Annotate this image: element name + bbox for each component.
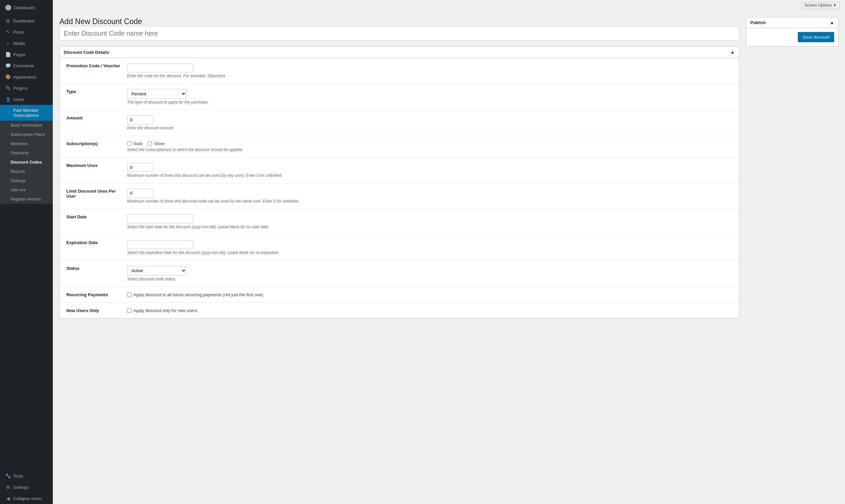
paid-member-icon: 👤 xyxy=(5,110,11,115)
publish-box-toggle[interactable]: ▲ xyxy=(830,20,834,25)
recurring-payments-checkbox[interactable] xyxy=(127,292,131,297)
table-row: Type Percent Fixed The type of discount … xyxy=(60,84,739,110)
promotion-code-label: Promotion Code / Voucher xyxy=(60,58,126,84)
sidebar: Dashboard ⊞ Dashboard ✎ Posts ▪ Media 📄 … xyxy=(0,0,53,504)
publish-box-body: Save discount xyxy=(746,28,838,46)
sidebar-sub-payments[interactable]: Payments xyxy=(0,148,53,158)
meta-box-header: Discount Code Details ▲ xyxy=(60,47,739,58)
sidebar-item-dashboard[interactable]: ⊞ Dashboard xyxy=(0,15,53,26)
expiration-date-cell: Select the expiration date for the disco… xyxy=(126,235,739,260)
sidebar-sub-add-ons[interactable]: Add-ons xyxy=(0,185,53,195)
sidebar-item-label: Paid Member Subscriptions xyxy=(13,108,48,118)
subscriptions-label: Subscription(s) xyxy=(60,136,126,158)
meta-box-toggle[interactable]: ▲ xyxy=(730,49,735,55)
gold-subscription-label[interactable]: Gold xyxy=(127,141,142,146)
maximum-uses-cell: Maximum number of times this discount ca… xyxy=(126,158,739,183)
maximum-uses-label: Maximum Uses xyxy=(60,158,126,183)
pages-icon: 📄 xyxy=(5,52,11,57)
sidebar-sub-reports[interactable]: Reports xyxy=(0,167,53,176)
table-row: New Users Only Apply discount only for n… xyxy=(60,303,739,319)
sidebar-item-label: Comments xyxy=(13,63,34,68)
sidebar-item-comments[interactable]: 💬 Comments xyxy=(0,60,53,71)
status-select[interactable]: Active Inactive xyxy=(127,266,187,275)
subscriptions-group: Gold Silver xyxy=(127,141,734,146)
sidebar-item-plugins[interactable]: 🔌 Plugins xyxy=(0,83,53,94)
silver-subscription-checkbox[interactable] xyxy=(147,142,152,146)
sidebar-sub-register-version[interactable]: Register Version xyxy=(0,195,53,204)
table-row: Recurring Payments Apply discount to all… xyxy=(60,287,739,303)
amount-cell: Enter the discount amount. xyxy=(126,110,739,136)
new-users-only-checkbox-label: Apply discount only for new users. xyxy=(133,308,198,313)
limit-uses-label: Limit Discount Uses Per User xyxy=(60,183,126,209)
topbar: Screen Options ▼ xyxy=(53,0,845,11)
sidebar-sub-settings[interactable]: Settings xyxy=(0,176,53,185)
new-users-only-checkbox[interactable] xyxy=(127,308,131,313)
posts-icon: ✎ xyxy=(5,29,11,35)
sidebar-item-label: Users xyxy=(13,97,24,102)
amount-input[interactable] xyxy=(127,115,154,124)
sidebar-item-label: Settings xyxy=(13,485,29,490)
promotion-code-cell: Enter the code for the discount. For exa… xyxy=(126,58,739,84)
tools-icon: 🔧 xyxy=(5,473,11,479)
discount-name-input[interactable] xyxy=(59,26,739,41)
table-row: Limit Discount Uses Per User Maximum num… xyxy=(60,183,739,209)
left-column: Add New Discount Code Discount Code Deta… xyxy=(59,17,739,319)
plugins-icon: 🔌 xyxy=(5,86,11,91)
table-row: Amount Enter the discount amount. xyxy=(60,110,739,136)
promotion-code-description: Enter the code for the discount. For exa… xyxy=(127,74,734,78)
collapse-icon: ◀ xyxy=(5,496,11,501)
dashboard-icon: ⊞ xyxy=(5,18,11,23)
meta-box-title: Discount Code Details xyxy=(64,50,109,55)
gold-subscription-checkbox[interactable] xyxy=(127,142,131,146)
right-column: Publish ▲ Save discount xyxy=(746,17,839,47)
new-users-only-label-el[interactable]: Apply discount only for new users. xyxy=(127,308,734,313)
publish-box-title: Publish xyxy=(750,20,766,25)
media-icon: ▪ xyxy=(5,40,11,46)
sidebar-item-settings[interactable]: ⚙ Settings xyxy=(0,482,53,493)
subscriptions-description: Select the subscription(s) to which the … xyxy=(127,147,734,152)
discount-form-table: Promotion Code / Voucher Enter the code … xyxy=(60,58,739,318)
expiration-date-label: Expiration Date xyxy=(60,235,126,260)
sidebar-item-label: Media xyxy=(13,41,25,46)
expiration-date-description: Select the expiration date for the disco… xyxy=(127,250,734,255)
publish-box: Publish ▲ Save discount xyxy=(746,17,839,47)
sidebar-item-posts[interactable]: ✎ Posts xyxy=(0,26,53,38)
type-select[interactable]: Percent Fixed xyxy=(127,89,187,98)
silver-subscription-label[interactable]: Silver xyxy=(147,141,165,146)
start-date-description: Select the start date for the discount (… xyxy=(127,224,734,229)
limit-uses-input[interactable] xyxy=(127,189,154,198)
type-description: The type of discount to apply for the pu… xyxy=(127,100,734,105)
table-row: Promotion Code / Voucher Enter the code … xyxy=(60,58,739,84)
settings-icon: ⚙ xyxy=(5,485,11,490)
page-title: Add New Discount Code xyxy=(59,17,739,26)
discount-details-box: Discount Code Details ▲ Promotion Code /… xyxy=(59,46,739,319)
table-row: Start Date Select the start date for the… xyxy=(60,209,739,235)
sidebar-item-appearance[interactable]: 🎨 Appearance xyxy=(0,71,53,83)
dashboard-icon xyxy=(5,5,11,11)
recurring-payments-checkbox-label: Apply discount to all future recurring p… xyxy=(133,292,264,297)
sidebar-item-media[interactable]: ▪ Media xyxy=(0,38,53,49)
sidebar-item-collapse[interactable]: ◀ Collapse menu xyxy=(0,493,53,504)
sidebar-logo[interactable]: Dashboard xyxy=(0,0,53,15)
expiration-date-input[interactable] xyxy=(127,240,193,249)
table-row: Subscription(s) Gold Silver xyxy=(60,136,739,158)
sidebar-item-label: Collapse menu xyxy=(13,496,42,501)
sidebar-sub-discount-codes[interactable]: Discount Codes xyxy=(0,158,53,167)
sidebar-sub-basic-information[interactable]: Basic Information xyxy=(0,121,53,130)
sidebar-item-pages[interactable]: 📄 Pages xyxy=(0,49,53,60)
sidebar-item-users[interactable]: 👤 Users xyxy=(0,94,53,105)
sidebar-sub-members[interactable]: Members xyxy=(0,139,53,148)
sidebar-item-tools[interactable]: 🔧 Tools xyxy=(0,470,53,482)
save-discount-button[interactable]: Save discount xyxy=(798,32,834,42)
screen-options-button[interactable]: Screen Options ▼ xyxy=(802,2,840,8)
sidebar-item-paid-member[interactable]: 👤 Paid Member Subscriptions xyxy=(0,105,53,121)
sidebar-sub-subscription-plans[interactable]: Subscription Plans xyxy=(0,130,53,139)
publish-box-header: Publish ▲ xyxy=(746,17,838,28)
start-date-input[interactable] xyxy=(127,214,193,223)
maximum-uses-input[interactable] xyxy=(127,163,154,172)
status-description: Select discount code status. xyxy=(127,277,734,281)
limit-uses-cell: Maximum number of times this discount co… xyxy=(126,183,739,209)
promotion-code-input[interactable] xyxy=(127,63,193,72)
recurring-payments-label-el[interactable]: Apply discount to all future recurring p… xyxy=(127,292,734,297)
sidebar-item-label: Tools xyxy=(13,474,23,479)
